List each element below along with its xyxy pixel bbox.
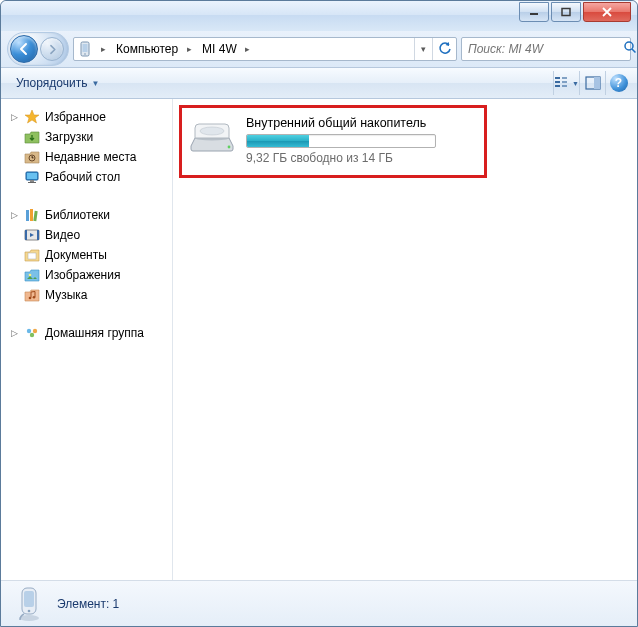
device-icon (11, 586, 47, 622)
svg-point-4 (84, 53, 86, 55)
organize-label: Упорядочить (16, 76, 87, 90)
breadcrumb-root-arrow[interactable]: ▸ (96, 38, 110, 60)
sidebar-item-label: Загрузки (45, 130, 93, 144)
breadcrumb-arrow-1[interactable]: ▸ (182, 38, 196, 60)
expand-icon[interactable]: ▷ (9, 328, 19, 338)
sidebar-item-documents[interactable]: Документы (1, 245, 172, 265)
explorer-window: ▸ Компьютер ▸ MI 4W ▸ ▾ Упорядочить ▼ ▼ (0, 0, 638, 627)
address-history-dropdown[interactable]: ▾ (414, 38, 432, 60)
desktop-icon (23, 169, 41, 185)
svg-point-27 (29, 297, 32, 300)
sidebar-favorites[interactable]: ▷ Избранное (1, 107, 172, 127)
minimize-button[interactable] (519, 2, 549, 22)
help-icon: ? (610, 74, 628, 92)
svg-rect-37 (24, 591, 34, 607)
help-button[interactable]: ? (605, 71, 631, 95)
sidebar-item-video[interactable]: Видео (1, 225, 172, 245)
drive-icon (188, 114, 236, 154)
breadcrumb-arrow-2[interactable]: ▸ (241, 38, 255, 60)
favorites-label: Избранное (45, 110, 106, 124)
sidebar-libraries[interactable]: ▷ Библиотеки (1, 205, 172, 225)
breadcrumb-computer[interactable]: Компьютер (110, 38, 182, 60)
sidebar-item-label: Недавние места (45, 150, 136, 164)
maximize-button[interactable] (551, 2, 581, 22)
svg-point-29 (27, 329, 31, 333)
sidebar-item-music[interactable]: Музыка (1, 285, 172, 305)
status-text: Элемент: 1 (57, 597, 119, 611)
svg-point-28 (33, 296, 36, 299)
sidebar-item-recent[interactable]: Недавние места (1, 147, 172, 167)
search-box[interactable] (461, 37, 631, 61)
organize-button[interactable]: Упорядочить ▼ (7, 71, 108, 95)
sidebar-item-label: Видео (45, 228, 80, 242)
view-options-button[interactable]: ▼ (553, 71, 579, 95)
breadcrumb-device[interactable]: MI 4W (196, 38, 241, 60)
address-bar[interactable]: ▸ Компьютер ▸ MI 4W ▸ ▾ (73, 37, 457, 61)
content-pane[interactable]: Внутренний общий накопитель 9,32 ГБ своб… (173, 99, 637, 580)
svg-point-34 (228, 146, 231, 149)
svg-rect-25 (28, 253, 36, 259)
svg-rect-24 (37, 230, 39, 240)
svg-rect-20 (30, 209, 33, 221)
preview-pane-button[interactable] (579, 71, 605, 95)
sidebar-item-label: Рабочий стол (45, 170, 120, 184)
svg-rect-11 (562, 85, 567, 87)
svg-rect-0 (530, 13, 538, 15)
downloads-icon (23, 129, 41, 145)
sidebar-item-label: Изображения (45, 268, 120, 282)
music-icon (23, 287, 41, 303)
expand-icon[interactable]: ▷ (9, 112, 19, 122)
svg-rect-10 (562, 81, 567, 83)
titlebar (1, 1, 637, 31)
expand-icon[interactable]: ▷ (9, 210, 19, 220)
sidebar-item-desktop[interactable]: Рабочий стол (1, 167, 172, 187)
sidebar-homegroup[interactable]: ▷ Домашняя группа (1, 323, 172, 343)
drive-status: 9,32 ГБ свободно из 14 ГБ (246, 151, 474, 165)
svg-point-38 (28, 609, 31, 612)
svg-rect-21 (33, 211, 37, 221)
chevron-down-icon: ▼ (91, 79, 99, 88)
homegroup-icon (23, 325, 41, 341)
svg-point-33 (200, 127, 224, 135)
svg-rect-17 (30, 180, 34, 182)
svg-rect-13 (594, 77, 600, 89)
libraries-label: Библиотеки (45, 208, 110, 222)
annotation-highlight: Внутренний общий накопитель 9,32 ГБ своб… (179, 105, 487, 178)
pictures-icon (23, 267, 41, 283)
device-icon (74, 41, 96, 57)
svg-rect-23 (25, 230, 27, 240)
drive-name: Внутренний общий накопитель (246, 116, 474, 130)
navbar: ▸ Компьютер ▸ MI 4W ▸ ▾ (1, 31, 637, 67)
sidebar-item-label: Музыка (45, 288, 87, 302)
star-icon (23, 109, 41, 125)
drive-capacity-bar (246, 134, 436, 148)
search-input[interactable] (468, 42, 619, 56)
status-bar: Элемент: 1 (1, 580, 637, 626)
drive-item[interactable]: Внутренний общий накопитель 9,32 ГБ своб… (188, 114, 474, 165)
refresh-button[interactable] (432, 38, 456, 60)
nav-buttons (7, 32, 69, 66)
video-icon (23, 227, 41, 243)
svg-point-5 (625, 42, 633, 50)
sidebar-item-pictures[interactable]: Изображения (1, 265, 172, 285)
toolbar: Упорядочить ▼ ▼ ? (1, 67, 637, 99)
search-icon (623, 40, 637, 58)
svg-rect-3 (83, 44, 88, 52)
svg-rect-19 (26, 210, 29, 221)
documents-icon (23, 247, 41, 263)
forward-button[interactable] (40, 37, 64, 61)
svg-rect-6 (555, 77, 560, 79)
back-button[interactable] (10, 35, 38, 63)
svg-point-26 (29, 274, 32, 277)
drive-capacity-fill (247, 135, 309, 147)
svg-point-31 (30, 333, 34, 337)
recent-places-icon (23, 149, 41, 165)
sidebar-item-downloads[interactable]: Загрузки (1, 127, 172, 147)
svg-point-30 (33, 329, 37, 333)
svg-rect-7 (555, 81, 560, 83)
navigation-pane: ▷ Избранное Загрузки Недавние (1, 99, 173, 580)
close-button[interactable] (583, 2, 631, 22)
svg-rect-1 (562, 9, 570, 16)
sidebar-item-label: Документы (45, 248, 107, 262)
libraries-icon (23, 207, 41, 223)
